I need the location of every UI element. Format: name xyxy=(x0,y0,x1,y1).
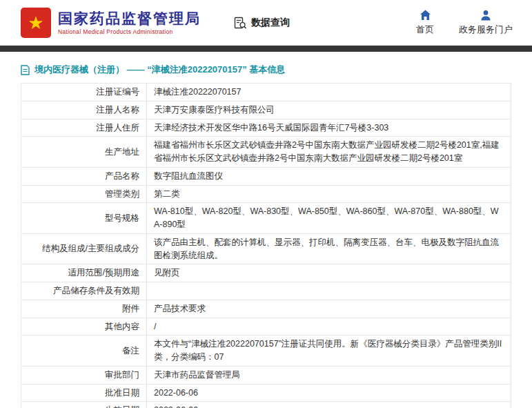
nav-home-label: 首页 xyxy=(416,23,434,36)
table-row: 附件产品技术要求 xyxy=(21,300,511,318)
table-row: 其他内容/ xyxy=(21,318,511,336)
row-label: 管理类别 xyxy=(21,185,147,203)
row-label: 适用范围/预期用途 xyxy=(21,264,147,282)
row-value: 天津经济技术开发区华中路16号天威国际园青年汇7号楼3-303 xyxy=(147,119,511,137)
table-row: 备注本文件与“津械注准20222070157”注册证共同使用。新《医疗器械分类目… xyxy=(21,336,511,367)
row-label: 生产地址 xyxy=(21,137,147,168)
row-label: 注册人名称 xyxy=(21,101,147,119)
row-label: 批准日期 xyxy=(21,384,147,402)
row-label: 注册证编号 xyxy=(21,84,147,101)
breadcrumb-text: 境内医疗器械（注册） —— “津械注准20222070157” 基本信息 xyxy=(35,64,285,76)
row-value: 2022-06-06 xyxy=(147,384,511,402)
row-value: 该产品由主机、配套的计算机、显示器、打印机、隔离变压器、台车、电极及数字阻抗血流… xyxy=(147,233,511,264)
nav-data-query-label: 数据查询 xyxy=(251,17,290,29)
table-row: 适用范围/预期用途见附页 xyxy=(21,264,511,282)
row-value: 见附页 xyxy=(147,264,511,282)
table-row: 产品储存条件及有效期 xyxy=(21,282,511,300)
row-value: 福建省福州市长乐区文武砂镇壶井路2号中国东南大数据产业园研发楼二期2号楼201室… xyxy=(147,137,511,168)
row-value: 天津市药品监督管理局 xyxy=(147,366,511,384)
table-row: 管理类别第二类 xyxy=(21,185,511,203)
header-divider-bar xyxy=(0,46,532,52)
row-value: 天津万安康泰医疗科技有限公司 xyxy=(147,101,511,119)
row-label: 型号规格 xyxy=(21,203,147,234)
emblem-star-icon: ★ xyxy=(28,14,43,32)
document-icon xyxy=(21,65,30,75)
row-label: 产品储存条件及有效期 xyxy=(21,282,147,300)
table-row: 批准日期2022-06-06 xyxy=(21,384,511,402)
header-right-nav: 首页 政务服务门户 xyxy=(416,10,513,36)
agency-name-en: National Medical Products Administration xyxy=(58,28,201,35)
row-value: 数字阻抗血流图仪 xyxy=(147,167,511,185)
table-row: 结构及组成/主要组成成分该产品由主机、配套的计算机、显示器、打印机、隔离变压器、… xyxy=(21,233,511,264)
agency-name-cn: 国家药品监督管理局 xyxy=(58,10,201,26)
user-icon xyxy=(480,10,491,21)
nav-portal[interactable]: 政务服务门户 xyxy=(459,10,513,36)
table-row: 注册人名称天津万安康泰医疗科技有限公司 xyxy=(21,101,511,119)
nav-home[interactable]: 首页 xyxy=(416,10,434,36)
row-label: 附件 xyxy=(21,300,147,318)
row-value: 本文件与“津械注准20222070157”注册证共同使用。新《医疗器械分类目录》… xyxy=(147,336,511,367)
table-row: 型号规格WA-810型、WA-820型、WA-830型、WA-850型、WA-8… xyxy=(21,203,511,234)
table-row: 产品名称数字阻抗血流图仪 xyxy=(21,167,511,185)
table-row: 审批部门天津市药品监督管理局 xyxy=(21,366,511,384)
row-value: 第二类 xyxy=(147,185,511,203)
nav-data-query[interactable]: 数据查询 xyxy=(234,17,290,30)
info-table-body: 注册证编号津械注准20222070157注册人名称天津万安康泰医疗科技有限公司注… xyxy=(21,84,511,408)
row-value: WA-810型、WA-820型、WA-830型、WA-850型、WA-860型、… xyxy=(147,203,511,234)
row-value: 2022-06-06 xyxy=(147,402,511,408)
row-label: 结构及组成/主要组成成分 xyxy=(21,233,147,264)
home-icon xyxy=(420,10,431,21)
registration-info-table: 注册证编号津械注准20222070157注册人名称天津万安康泰医疗科技有限公司注… xyxy=(21,83,511,408)
table-row: 注册证编号津械注准20222070157 xyxy=(21,84,511,101)
main-content: 境内医疗器械（注册） —— “津械注准20222070157” 基本信息 注册证… xyxy=(0,64,532,408)
row-label: 其他内容 xyxy=(21,318,147,336)
row-value: 津械注准20222070157 xyxy=(147,84,511,101)
document-search-icon xyxy=(234,17,247,30)
row-label: 产品名称 xyxy=(21,167,147,185)
row-value xyxy=(147,282,511,300)
row-value: 产品技术要求 xyxy=(147,300,511,318)
agency-title-block: 国家药品监督管理局 National Medical Products Admi… xyxy=(58,10,201,35)
page-header: ★ 国家药品监督管理局 National Medical Products Ad… xyxy=(0,0,532,46)
row-label: 备注 xyxy=(21,336,147,367)
row-label: 审批部门 xyxy=(21,366,147,384)
row-value: / xyxy=(147,318,511,336)
nav-portal-label: 政务服务门户 xyxy=(459,23,513,36)
table-row: 注册人住所天津经济技术开发区华中路16号天威国际园青年汇7号楼3-303 xyxy=(21,119,511,137)
row-label: 生效日期 xyxy=(21,402,147,408)
row-label: 注册人住所 xyxy=(21,119,147,137)
national-emblem-logo: ★ xyxy=(21,8,51,38)
table-row: 生效日期2022-06-06 xyxy=(21,402,511,408)
table-row: 生产地址福建省福州市长乐区文武砂镇壶井路2号中国东南大数据产业园研发楼二期2号楼… xyxy=(21,137,511,168)
breadcrumb: 境内医疗器械（注册） —— “津械注准20222070157” 基本信息 xyxy=(21,64,511,76)
